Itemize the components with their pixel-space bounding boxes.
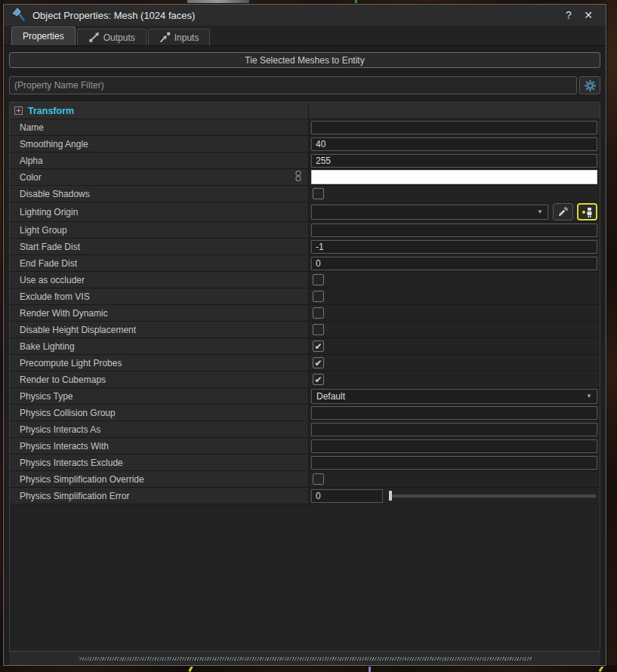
property-row-name: Name	[10, 119, 600, 136]
property-label: Disable Shadows	[20, 189, 304, 199]
precompute-light-probes-checkbox[interactable]: ✔	[313, 357, 324, 368]
property-row-smoothing-angle: Smoothing Angle	[10, 136, 600, 153]
property-label-cell: Physics Interacts As	[10, 421, 309, 437]
render-to-cubemaps-checkbox[interactable]: ✔	[313, 374, 324, 385]
property-row-start-fade-dist: Start Fade Dist	[10, 239, 600, 255]
property-label: Physics Interacts With	[20, 441, 304, 452]
property-label-cell: Physics Type	[10, 388, 309, 404]
property-label-cell: Smoothing Angle	[10, 136, 309, 152]
property-row-lighting-origin: Lighting Origin▼	[10, 202, 600, 222]
property-label: Light Group	[20, 225, 304, 236]
property-row-physics-interacts-as: Physics Interacts As	[10, 421, 600, 438]
alpha-input[interactable]	[311, 154, 597, 168]
tie-to-entity-button[interactable]: Tie Selected Meshes to Entity	[9, 52, 600, 68]
physics-interacts-with-input[interactable]	[311, 439, 597, 453]
tab-bar: Properties Outputs Inputs	[4, 26, 606, 46]
help-button[interactable]: ?	[559, 9, 578, 21]
property-label-cell: Disable Height Displacement	[10, 322, 309, 338]
property-value-cell	[309, 119, 600, 135]
physics-simplification-error-slider[interactable]	[389, 491, 597, 501]
resize-splitter[interactable]	[9, 651, 600, 665]
property-value-cell	[309, 322, 600, 338]
property-row-alpha: Alpha	[10, 153, 600, 169]
tab-properties[interactable]: Properties	[11, 26, 76, 45]
property-row-physics-interacts-exclude: Physics Interacts Exclude	[10, 455, 600, 471]
property-label-cell: Render With Dynamic	[10, 305, 309, 321]
property-label-cell: Disable Shadows	[10, 186, 309, 202]
property-label-cell: Physics Interacts Exclude	[10, 455, 309, 470]
title-bar[interactable]: Object Properties: Mesh (1024 faces) ? ✕	[4, 5, 606, 26]
property-label-cell: Precompute Light Probes	[10, 355, 309, 371]
end-fade-dist-input[interactable]	[311, 257, 597, 270]
physics-simplification-error-input[interactable]	[311, 489, 383, 503]
physics-interacts-exclude-input[interactable]	[311, 456, 597, 470]
exclude-from-vis-checkbox[interactable]	[313, 291, 324, 302]
property-value-cell	[309, 421, 600, 437]
physics-simplification-override-checkbox[interactable]	[313, 473, 324, 485]
property-label: Color	[20, 172, 295, 183]
property-row-light-group: Light Group	[10, 222, 600, 239]
property-row-disable-height-displacement: Disable Height Displacement	[10, 322, 600, 338]
tab-label: Properties	[23, 31, 64, 42]
physics-collision-group-input[interactable]	[311, 406, 597, 420]
property-value-cell	[309, 405, 600, 421]
bake-lighting-checkbox[interactable]: ✔	[313, 341, 324, 352]
pick-entity-button[interactable]	[577, 203, 597, 220]
property-value-cell	[309, 239, 600, 254]
property-row-physics-simplification-override: Physics Simplification Override	[10, 471, 600, 488]
property-value-cell: ✔	[309, 355, 600, 371]
property-value-cell	[309, 136, 600, 152]
filter-settings-button[interactable]	[579, 76, 600, 94]
property-label: Use as occluder	[20, 275, 304, 285]
name-input[interactable]	[311, 121, 597, 134]
smoothing-angle-input[interactable]	[311, 137, 597, 151]
property-value-cell: ▼	[309, 202, 600, 221]
start-fade-dist-input[interactable]	[311, 240, 597, 254]
disable-height-displacement-checkbox[interactable]	[313, 324, 324, 335]
expand-icon[interactable]: +	[14, 106, 23, 115]
property-label: Physics Collision Group	[20, 408, 304, 418]
pick-entity-icon	[582, 206, 594, 218]
eyedropper-button[interactable]	[553, 203, 573, 220]
slider-track[interactable]	[392, 495, 596, 498]
close-button[interactable]: ✕	[578, 9, 598, 21]
property-label-cell: Exclude from VIS	[10, 288, 309, 304]
property-value-cell: Default▼	[309, 388, 600, 404]
color-swatch[interactable]	[311, 170, 597, 184]
property-label-cell: Alpha	[10, 153, 309, 168]
property-label-cell: Light Group	[10, 222, 309, 238]
property-value-cell	[309, 153, 600, 168]
physics-interacts-as-input[interactable]	[311, 423, 597, 436]
property-row-bake-lighting: Bake Lighting✔	[10, 338, 600, 355]
property-value-cell	[309, 438, 600, 454]
tab-outputs[interactable]: Outputs	[77, 29, 147, 45]
property-value-cell	[309, 455, 600, 470]
chevron-down-icon: ▼	[537, 208, 543, 215]
property-label: Render to Cubemaps	[20, 375, 304, 385]
property-label: End Fade Dist	[20, 258, 304, 269]
property-label: Smoothing Angle	[20, 139, 304, 150]
section-header-transform[interactable]: + Transform	[10, 103, 600, 119]
hammer-icon	[11, 8, 26, 23]
physics-type-dropdown[interactable]: Default▼	[311, 389, 597, 404]
property-label: Alpha	[20, 156, 304, 166]
use-as-occluder-checkbox[interactable]	[313, 274, 324, 285]
property-label: Start Fade Dist	[20, 242, 304, 252]
property-label: Lighting Origin	[20, 207, 304, 217]
render-with-dynamic-checkbox[interactable]	[313, 307, 324, 319]
property-value-cell	[309, 272, 600, 288]
property-name-filter-input[interactable]	[9, 76, 577, 94]
viewport-background-right	[606, 0, 617, 672]
gear-icon	[584, 79, 597, 92]
property-row-use-as-occluder: Use as occluder	[10, 272, 600, 288]
property-label-cell: Name	[10, 119, 309, 135]
property-row-physics-collision-group: Physics Collision Group	[10, 405, 600, 421]
light-group-input[interactable]	[311, 223, 597, 237]
property-value-cell	[309, 471, 600, 487]
property-row-end-fade-dist: End Fade Dist	[10, 255, 600, 272]
tab-inputs[interactable]: Inputs	[148, 29, 211, 45]
property-row-disable-shadows: Disable Shadows	[10, 186, 600, 202]
lighting-origin-combo[interactable]: ▼	[311, 205, 548, 220]
property-label: Name	[20, 122, 304, 133]
disable-shadows-checkbox[interactable]	[313, 188, 324, 199]
